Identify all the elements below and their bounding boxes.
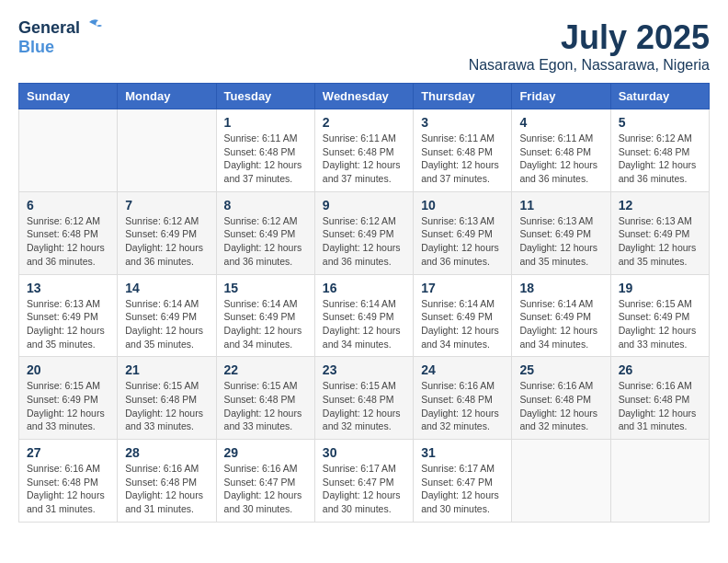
day-number: 24 [421, 362, 504, 377]
calendar-cell: 12Sunrise: 6:13 AM Sunset: 6:49 PM Dayli… [610, 191, 709, 274]
calendar-cell: 13Sunrise: 6:13 AM Sunset: 6:49 PM Dayli… [19, 274, 118, 357]
calendar-cell [118, 109, 216, 192]
day-info: Sunrise: 6:12 AM Sunset: 6:48 PM Dayligh… [619, 132, 701, 186]
day-number: 14 [125, 281, 208, 295]
calendar-cell: 23Sunrise: 6:15 AM Sunset: 6:48 PM Dayli… [314, 357, 413, 440]
day-info: Sunrise: 6:11 AM Sunset: 6:48 PM Dayligh… [421, 132, 504, 186]
calendar-cell: 4Sunrise: 6:11 AM Sunset: 6:48 PM Daylig… [512, 109, 610, 192]
header: General Blue July 2025 Nasarawa Egon, Na… [18, 18, 710, 74]
calendar-cell: 19Sunrise: 6:15 AM Sunset: 6:49 PM Dayli… [610, 274, 709, 357]
calendar-cell [512, 440, 610, 523]
day-number: 19 [619, 281, 701, 295]
day-info: Sunrise: 6:15 AM Sunset: 6:48 PM Dayligh… [125, 379, 208, 433]
day-number: 2 [323, 115, 405, 130]
calendar-table: SundayMondayTuesdayWednesdayThursdayFrid… [18, 83, 710, 523]
calendar-cell [610, 440, 709, 523]
logo: General Blue [18, 18, 102, 57]
day-number: 8 [224, 198, 307, 213]
day-info: Sunrise: 6:16 AM Sunset: 6:48 PM Dayligh… [421, 379, 504, 433]
day-info: Sunrise: 6:14 AM Sunset: 6:49 PM Dayligh… [224, 297, 307, 351]
day-info: Sunrise: 6:13 AM Sunset: 6:49 PM Dayligh… [421, 214, 504, 269]
day-number: 18 [519, 281, 602, 295]
calendar-cell: 21Sunrise: 6:15 AM Sunset: 6:48 PM Dayli… [118, 357, 216, 440]
day-number: 29 [224, 445, 307, 460]
day-info: Sunrise: 6:17 AM Sunset: 6:47 PM Dayligh… [323, 462, 405, 516]
day-info: Sunrise: 6:15 AM Sunset: 6:49 PM Dayligh… [619, 297, 701, 351]
day-number: 28 [125, 445, 208, 460]
day-info: Sunrise: 6:14 AM Sunset: 6:49 PM Dayligh… [323, 297, 405, 351]
day-number: 17 [421, 281, 504, 295]
logo-bird-icon [82, 18, 102, 35]
logo-blue-text: Blue [18, 38, 54, 57]
day-number: 3 [421, 115, 504, 130]
day-number: 16 [323, 281, 405, 295]
month-year-title: July 2025 [469, 18, 710, 57]
day-number: 25 [519, 362, 602, 377]
day-info: Sunrise: 6:16 AM Sunset: 6:47 PM Dayligh… [224, 462, 307, 516]
day-info: Sunrise: 6:12 AM Sunset: 6:49 PM Dayligh… [224, 214, 307, 269]
calendar-cell: 28Sunrise: 6:16 AM Sunset: 6:48 PM Dayli… [118, 440, 216, 523]
calendar-cell: 3Sunrise: 6:11 AM Sunset: 6:48 PM Daylig… [414, 109, 512, 192]
day-number: 9 [323, 198, 405, 213]
weekday-header-thursday: Thursday [414, 84, 512, 109]
day-info: Sunrise: 6:15 AM Sunset: 6:48 PM Dayligh… [224, 379, 307, 433]
day-info: Sunrise: 6:13 AM Sunset: 6:49 PM Dayligh… [27, 297, 109, 351]
day-number: 15 [224, 281, 307, 295]
day-number: 6 [27, 198, 109, 213]
calendar-cell: 9Sunrise: 6:12 AM Sunset: 6:49 PM Daylig… [314, 191, 413, 274]
calendar-cell: 18Sunrise: 6:14 AM Sunset: 6:49 PM Dayli… [512, 274, 610, 357]
day-number: 21 [125, 362, 208, 377]
day-number: 20 [27, 362, 109, 377]
calendar-cell: 29Sunrise: 6:16 AM Sunset: 6:47 PM Dayli… [216, 440, 314, 523]
weekday-header-saturday: Saturday [610, 84, 709, 109]
day-number: 30 [323, 445, 405, 460]
day-info: Sunrise: 6:16 AM Sunset: 6:48 PM Dayligh… [27, 462, 109, 516]
day-info: Sunrise: 6:11 AM Sunset: 6:48 PM Dayligh… [519, 132, 602, 186]
calendar-cell: 20Sunrise: 6:15 AM Sunset: 6:49 PM Dayli… [19, 357, 118, 440]
calendar-cell: 16Sunrise: 6:14 AM Sunset: 6:49 PM Dayli… [314, 274, 413, 357]
calendar-cell: 15Sunrise: 6:14 AM Sunset: 6:49 PM Dayli… [216, 274, 314, 357]
week-row-4: 27Sunrise: 6:16 AM Sunset: 6:48 PM Dayli… [19, 440, 710, 523]
day-number: 10 [421, 198, 504, 213]
calendar-cell: 1Sunrise: 6:11 AM Sunset: 6:48 PM Daylig… [216, 109, 314, 192]
week-row-3: 20Sunrise: 6:15 AM Sunset: 6:49 PM Dayli… [19, 357, 710, 440]
day-info: Sunrise: 6:17 AM Sunset: 6:47 PM Dayligh… [421, 462, 504, 516]
title-area: July 2025 Nasarawa Egon, Nassarawa, Nige… [469, 18, 710, 74]
calendar-cell [19, 109, 118, 192]
day-info: Sunrise: 6:16 AM Sunset: 6:48 PM Dayligh… [619, 379, 701, 433]
day-number: 13 [27, 281, 109, 295]
calendar-cell: 27Sunrise: 6:16 AM Sunset: 6:48 PM Dayli… [19, 440, 118, 523]
calendar-cell: 7Sunrise: 6:12 AM Sunset: 6:49 PM Daylig… [118, 191, 216, 274]
calendar-cell: 11Sunrise: 6:13 AM Sunset: 6:49 PM Dayli… [512, 191, 610, 274]
day-info: Sunrise: 6:15 AM Sunset: 6:48 PM Dayligh… [323, 379, 405, 433]
week-row-1: 6Sunrise: 6:12 AM Sunset: 6:48 PM Daylig… [19, 191, 710, 274]
day-info: Sunrise: 6:14 AM Sunset: 6:49 PM Dayligh… [421, 297, 504, 351]
day-info: Sunrise: 6:11 AM Sunset: 6:48 PM Dayligh… [323, 132, 405, 186]
day-number: 12 [619, 198, 701, 213]
day-info: Sunrise: 6:11 AM Sunset: 6:48 PM Dayligh… [224, 132, 307, 186]
location-subtitle: Nasarawa Egon, Nassarawa, Nigeria [469, 57, 710, 74]
day-number: 7 [125, 198, 208, 213]
day-number: 22 [224, 362, 307, 377]
calendar-cell: 5Sunrise: 6:12 AM Sunset: 6:48 PM Daylig… [610, 109, 709, 192]
calendar-cell: 26Sunrise: 6:16 AM Sunset: 6:48 PM Dayli… [610, 357, 709, 440]
day-info: Sunrise: 6:15 AM Sunset: 6:49 PM Dayligh… [27, 379, 109, 433]
weekday-header-tuesday: Tuesday [216, 84, 314, 109]
day-number: 31 [421, 445, 504, 460]
day-info: Sunrise: 6:14 AM Sunset: 6:49 PM Dayligh… [125, 297, 208, 351]
logo-general-text: General [18, 18, 80, 38]
weekday-header-monday: Monday [118, 84, 216, 109]
calendar-cell: 24Sunrise: 6:16 AM Sunset: 6:48 PM Dayli… [414, 357, 512, 440]
day-info: Sunrise: 6:16 AM Sunset: 6:48 PM Dayligh… [125, 462, 208, 516]
calendar-cell: 25Sunrise: 6:16 AM Sunset: 6:48 PM Dayli… [512, 357, 610, 440]
weekday-header-sunday: Sunday [19, 84, 118, 109]
calendar-cell: 10Sunrise: 6:13 AM Sunset: 6:49 PM Dayli… [414, 191, 512, 274]
day-info: Sunrise: 6:16 AM Sunset: 6:48 PM Dayligh… [519, 379, 602, 433]
week-row-0: 1Sunrise: 6:11 AM Sunset: 6:48 PM Daylig… [19, 109, 710, 192]
weekday-header-friday: Friday [512, 84, 610, 109]
calendar-cell: 2Sunrise: 6:11 AM Sunset: 6:48 PM Daylig… [314, 109, 413, 192]
week-row-2: 13Sunrise: 6:13 AM Sunset: 6:49 PM Dayli… [19, 274, 710, 357]
day-info: Sunrise: 6:12 AM Sunset: 6:48 PM Dayligh… [27, 214, 109, 269]
day-number: 5 [619, 115, 701, 130]
calendar-cell: 6Sunrise: 6:12 AM Sunset: 6:48 PM Daylig… [19, 191, 118, 274]
